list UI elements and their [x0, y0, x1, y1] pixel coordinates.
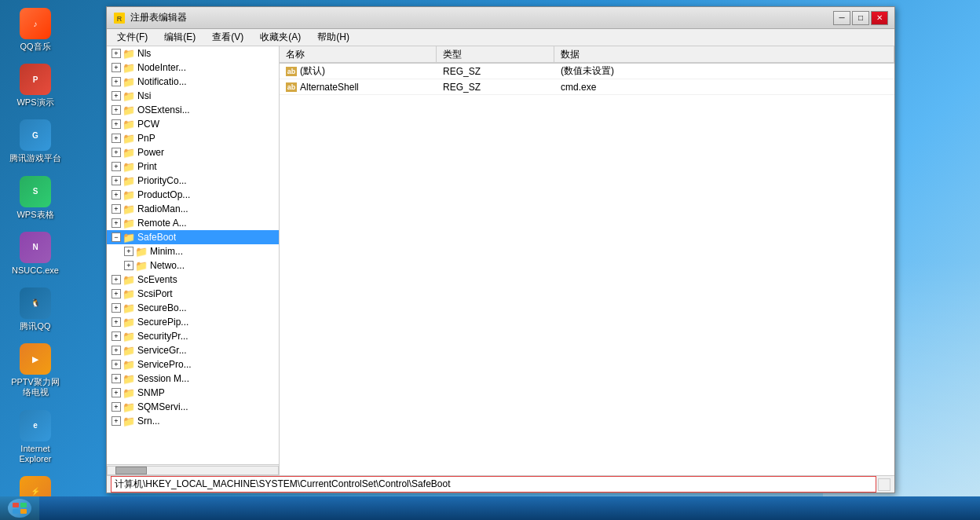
tree-expand-nodeinterface[interactable]: + — [112, 63, 121, 72]
tree-expand-prioritycontrol[interactable]: + — [112, 176, 121, 185]
tree-item-snmp[interactable]: + 📁 SNMP — [107, 386, 279, 400]
tree-expand-serviceprovider[interactable]: + — [112, 360, 121, 369]
desktop-icon-tencent-qq[interactable]: 🐧 腾讯QQ — [8, 287, 63, 331]
svg-rect-5 — [20, 509, 27, 514]
tree-expand-nls[interactable]: + — [112, 49, 121, 58]
reg-icon-default: ab — [286, 67, 297, 76]
tree-expand-pnp[interactable]: + — [112, 134, 121, 143]
tree-expand-pcw[interactable]: + — [112, 119, 121, 129]
tree-item-nodeinterface[interactable]: + 📁 NodeInter... — [107, 60, 279, 75]
tree-item-scevents[interactable]: + 📁 ScEvents — [107, 273, 279, 287]
svg-rect-2 — [13, 503, 19, 507]
desktop-icon-nsucc[interactable]: N NSUCC.exe — [8, 232, 63, 276]
folder-icon-snmp: 📁 — [122, 387, 135, 399]
hscroll-track — [107, 466, 279, 475]
tree-expand-print[interactable]: + — [112, 162, 121, 171]
main-content: + 📁 Nls + 📁 NodeInter... + 📁 Notificatio… — [107, 46, 894, 475]
wps-table-label: WPS表格 — [16, 210, 53, 220]
tree-expand-scsiport[interactable]: + — [112, 289, 121, 298]
tree-item-sessionmanager[interactable]: + 📁 Session M... — [107, 372, 279, 386]
tree-label-remote: Remote A... — [137, 218, 187, 229]
tree-expand-power[interactable]: + — [112, 148, 121, 157]
folder-icon-secureboot: 📁 — [122, 302, 135, 314]
tree-item-prioritycontrol[interactable]: + 📁 PriorityCo... — [107, 174, 279, 188]
regedit-icon: R — [113, 12, 126, 24]
tree-item-securityprocessor[interactable]: + 📁 SecurityPr... — [107, 329, 279, 343]
tree-expand-servicegrouporder[interactable]: + — [112, 346, 121, 355]
tree-expand-srn[interactable]: + — [112, 416, 121, 426]
tree-expand-secureboot[interactable]: + — [112, 303, 121, 313]
tree-item-remote[interactable]: + 📁 Remote A... — [107, 216, 279, 230]
tree-expand-sqmservice[interactable]: + — [112, 402, 121, 412]
desktop-icon-ie[interactable]: e Internet Explorer — [8, 410, 63, 464]
maximize-button[interactable]: □ — [852, 11, 869, 25]
folder-icon-pnp: 📁 — [122, 133, 135, 145]
tree-expand-network[interactable]: + — [124, 261, 133, 270]
tree-item-nsi[interactable]: + 📁 Nsi — [107, 89, 279, 103]
tree-item-sqmservice[interactable]: + 📁 SQMServi... — [107, 400, 279, 414]
tree-item-nls[interactable]: + 📁 Nls — [107, 46, 279, 60]
tree-expand-radiomanager[interactable]: + — [112, 204, 121, 214]
tree-expand-securepip[interactable]: + — [112, 317, 121, 327]
tree-label-sqmservice: SQMServi... — [137, 401, 188, 412]
tree-item-productoptions[interactable]: + 📁 ProductOp... — [107, 188, 279, 202]
status-bar: 计算机\HKEY_LOCAL_MACHINE\SYSTEM\CurrentCon… — [107, 475, 894, 493]
tree-item-safeboot[interactable]: − 📁 SafeBoot — [107, 230, 279, 244]
tree-expand-nsi[interactable]: + — [112, 91, 121, 101]
desktop-icon-pptv[interactable]: ▶ PPTV聚力网络电视 — [8, 343, 63, 397]
tree-item-serviceprovider[interactable]: + 📁 ServicePro... — [107, 357, 279, 372]
tree-expand-productoptions[interactable]: + — [112, 190, 121, 200]
tree-label-print: Print — [137, 161, 157, 172]
menu-item-view[interactable]: 查看(V) — [206, 29, 250, 46]
tree-item-servicegrouporder[interactable]: + 📁 ServiceGr... — [107, 343, 279, 357]
tree-item-scsiport[interactable]: + 📁 ScsiPort — [107, 287, 279, 301]
tree-item-srn[interactable]: + 📁 Srn... — [107, 414, 279, 428]
tree-item-minimal[interactable]: + 📁 Minim... — [107, 244, 279, 258]
nsucc-icon-img: N — [20, 232, 51, 263]
tree-item-notifications[interactable]: + 📁 Notificatio... — [107, 75, 279, 89]
tree-expand-minimal[interactable]: + — [124, 247, 133, 256]
col-header-name: 名称 — [280, 46, 437, 62]
tree-expand-snmp[interactable]: + — [112, 388, 121, 397]
svg-text:R: R — [117, 15, 122, 23]
cell-name-text-alternateshell: AlternateShell — [300, 82, 359, 93]
tree-item-osextensions[interactable]: + 📁 OSExtensi... — [107, 103, 279, 117]
tree-item-print[interactable]: + 📁 Print — [107, 159, 279, 174]
menu-item-help[interactable]: 帮助(H) — [311, 29, 356, 46]
folder-icon-productoptions: 📁 — [122, 189, 135, 201]
desktop-icon-wps[interactable]: P WPS演示 — [8, 64, 63, 108]
tree-expand-safeboot[interactable]: − — [112, 233, 121, 242]
tree-item-pcw[interactable]: + 📁 PCW — [107, 117, 279, 131]
tree-expand-remote[interactable]: + — [112, 218, 121, 228]
tree-item-secureboot[interactable]: + 📁 SecureBo... — [107, 301, 279, 315]
minimize-button[interactable]: ─ — [833, 11, 850, 25]
tree-item-securepip[interactable]: + 📁 SecurePip... — [107, 315, 279, 329]
menu-item-file[interactable]: 文件(F) — [111, 29, 154, 46]
tree-label-scsiport: ScsiPort — [137, 288, 173, 299]
desktop-icon-tencent-games[interactable]: G 腾讯游戏平台 — [8, 119, 63, 163]
hscroll-thumb[interactable] — [115, 467, 147, 474]
menu-item-favorites[interactable]: 收藏夹(A) — [254, 29, 307, 46]
desktop-icon-qq-music[interactable]: ♪ QQ音乐 — [8, 8, 63, 52]
tree-expand-notifications[interactable]: + — [112, 77, 121, 86]
table-row-alternateshell[interactable]: ab AlternateShell REG_SZ cmd.exe — [280, 79, 894, 95]
tree-item-network[interactable]: + 📁 Netwo... — [107, 258, 279, 273]
tree-scroll[interactable]: + 📁 Nls + 📁 NodeInter... + 📁 Notificatio… — [107, 46, 279, 464]
tree-expand-sessionmanager[interactable]: + — [112, 374, 121, 383]
close-button[interactable]: ✕ — [871, 11, 888, 25]
table-row-default[interactable]: ab (默认) REG_SZ (数值未设置) — [280, 64, 894, 79]
tree-label-nodeinterface: NodeInter... — [137, 62, 186, 73]
desktop-icon-wps-table[interactable]: S WPS表格 — [8, 176, 63, 220]
tree-expand-securityprocessor[interactable]: + — [112, 331, 121, 341]
reg-icon-alternateshell: ab — [286, 82, 297, 92]
tree-expand-scevents[interactable]: + — [112, 275, 121, 284]
folder-icon-pcw: 📁 — [122, 119, 135, 130]
tree-expand-osextensions[interactable]: + — [112, 105, 121, 115]
tree-item-pnp[interactable]: + 📁 PnP — [107, 131, 279, 145]
folder-icon-radiomanager: 📁 — [122, 203, 135, 215]
start-button[interactable] — [0, 496, 39, 520]
tree-item-radiomanager[interactable]: + 📁 RadioMan... — [107, 202, 279, 216]
cell-name-default: ab (默认) — [280, 64, 437, 79]
menu-item-edit[interactable]: 编辑(E) — [158, 29, 202, 46]
tree-item-power[interactable]: + 📁 Power — [107, 145, 279, 159]
